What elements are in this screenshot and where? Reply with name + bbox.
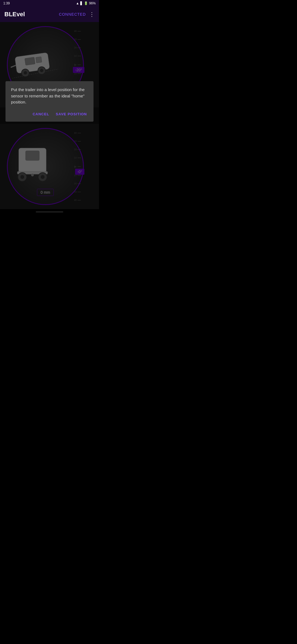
dialog: Put the trailer into a level position fo…: [6, 81, 94, 122]
connection-status: CONNECTED: [59, 12, 86, 17]
status-time-area: 1:39: [3, 1, 10, 5]
battery-icon: 🔋: [84, 1, 88, 5]
dialog-actions: CANCEL SAVE POSITION: [11, 111, 88, 117]
menu-button[interactable]: ⋮: [89, 11, 95, 18]
app-title: BLEvel: [4, 11, 25, 18]
wifi-icon: ▲: [76, 1, 79, 5]
signal-icon: ▋: [80, 1, 83, 5]
cancel-button[interactable]: CANCEL: [32, 111, 50, 117]
status-icons-area: ▲ ▋ 🔋 96%: [76, 1, 96, 5]
time-display: 1:39: [3, 1, 10, 5]
dialog-overlay: Put the trailer into a level position fo…: [0, 22, 99, 215]
status-bar: 1:39 ▲ ▋ 🔋 96%: [0, 0, 99, 7]
battery-percent: 96%: [89, 1, 96, 5]
app-bar: BLEvel CONNECTED ⋮: [0, 7, 99, 22]
main-content: 40 30 20 10 ▶ 10 20 30 40 -20° Put the t…: [0, 22, 99, 215]
app-bar-right: CONNECTED ⋮: [59, 11, 95, 18]
save-position-button[interactable]: SAVE POSITION: [55, 111, 88, 117]
dialog-message: Put the trailer into a level position fo…: [11, 87, 88, 105]
